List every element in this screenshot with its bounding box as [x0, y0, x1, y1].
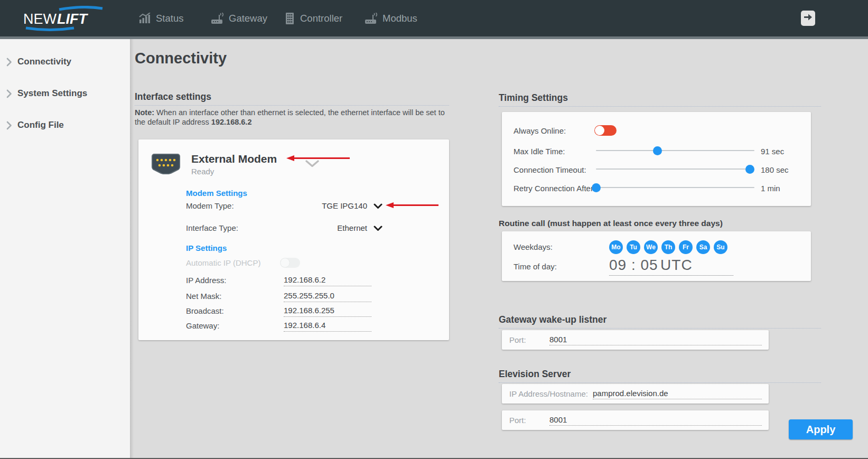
nav-item-label: Gateway — [229, 13, 267, 24]
time-value[interactable]: 09 : 05 — [609, 257, 658, 273]
router-icon — [365, 13, 378, 24]
logo-text-new: NEW — [23, 11, 57, 27]
net-mask-input[interactable]: 255.255.255.0 — [284, 291, 371, 302]
connection-timeout-label: Connection Timeout: — [514, 165, 586, 174]
interface-type-label: Interface Type: — [186, 223, 238, 232]
retry-connection-slider[interactable] — [596, 183, 754, 192]
max-idle-time-value: 91 sec — [761, 147, 784, 156]
broadcast-input[interactable]: 192.168.6.255 — [284, 306, 371, 317]
broadcast-label: Broadcast: — [186, 306, 224, 315]
modem-status: Ready — [191, 167, 214, 176]
ip-address-input[interactable]: 192.168.6.2 — [284, 275, 371, 286]
top-navbar: NEW LIFT Status — [0, 0, 868, 36]
nav-item-label: Modbus — [382, 13, 417, 24]
newlift-logo-graphic: NEW LIFT — [23, 6, 108, 31]
logo-swoosh-top — [59, 7, 102, 10]
modem-type-label: Modem Type: — [186, 201, 234, 210]
net-mask-label: Net Mask: — [186, 292, 222, 301]
slider-track — [596, 150, 754, 151]
logout-button[interactable] — [801, 11, 815, 26]
routine-call-heading: Routine call (must happen at least once … — [499, 219, 821, 231]
sidebar-item-label: Connectivity — [17, 57, 71, 67]
time-of-day-label: Time of day: — [514, 262, 557, 271]
wakeup-port-label: Port: — [509, 335, 526, 344]
gateway-ip-input[interactable]: 192.168.6.4 — [284, 321, 371, 332]
chevron-down-icon[interactable] — [374, 224, 382, 233]
dhcp-toggle — [280, 258, 300, 268]
weekday-badges: MoTuWeThFrSaSu — [609, 240, 727, 254]
always-online-label: Always Online: — [514, 126, 566, 135]
interface-note: Note: When an interface other than ether… — [135, 108, 452, 127]
chevron-down-icon[interactable] — [374, 202, 382, 211]
weekday-badge[interactable]: Sa — [696, 240, 710, 254]
gateway-config-page: NEW LIFT Status — [0, 0, 868, 459]
interface-type-value[interactable]: Ethernet — [283, 223, 367, 232]
modem-card-title: External Modem — [191, 153, 277, 165]
elevision-server-heading: Elevision Server — [499, 369, 821, 383]
elevision-host-label: IP Address/Hostname: — [509, 389, 588, 398]
connection-timeout-value: 180 sec — [761, 165, 789, 174]
wakeup-port-input[interactable]: 8001 — [549, 335, 762, 345]
ip-settings-heading: IP Settings — [186, 243, 227, 252]
always-online-toggle[interactable] — [594, 125, 617, 136]
slider-knob[interactable] — [653, 146, 662, 155]
bar-chart-icon — [139, 13, 151, 24]
weekday-badge[interactable]: Mo — [609, 240, 623, 254]
wakeup-port-row: Port: 8001 — [502, 330, 769, 350]
nav-item-controller[interactable]: Controller — [284, 0, 342, 36]
nav-item-modbus[interactable]: Modbus — [365, 0, 417, 36]
sidebar-item-config-file[interactable]: Config File — [0, 117, 130, 133]
weekday-badge[interactable]: Su — [714, 240, 727, 254]
annotation-arrow-modem-type — [386, 202, 438, 208]
apply-button[interactable]: Apply — [789, 419, 853, 439]
note-text: When an interface other than ethernet is… — [135, 108, 445, 126]
newlift-logo[interactable]: NEW LIFT — [23, 6, 108, 31]
note-ip: 192.168.6.2 — [211, 118, 252, 126]
chevron-right-icon — [6, 89, 12, 98]
weekdays-label: Weekdays: — [514, 242, 553, 251]
connection-timeout-slider[interactable] — [596, 165, 754, 174]
nav-item-gateway[interactable]: Gateway — [211, 0, 267, 36]
max-idle-time-slider[interactable] — [596, 146, 754, 155]
logout-icon — [804, 13, 813, 24]
dhcp-label: Automatic IP (DHCP) — [186, 258, 260, 267]
modem-settings-heading: Modem Settings — [186, 189, 247, 198]
toggle-knob — [281, 258, 290, 267]
building-icon — [284, 13, 295, 24]
toggle-knob — [595, 126, 604, 135]
nav-item-label: Controller — [300, 13, 342, 24]
elevision-host-row: IP Address/Hostname: pamprod.elevision.d… — [502, 384, 769, 404]
weekday-badge[interactable]: Tu — [627, 240, 640, 254]
sidebar-item-label: Config File — [17, 120, 64, 130]
chevron-right-icon — [6, 58, 12, 67]
elevision-port-input[interactable]: 8001 — [549, 415, 762, 426]
retry-connection-value: 1 min — [761, 184, 780, 193]
sidebar-item-system-settings[interactable]: System Settings — [0, 86, 130, 101]
modem-type-value[interactable]: TGE IPG140 — [283, 201, 367, 210]
serial-port-icon — [151, 153, 181, 177]
collapse-chevron-icon[interactable] — [305, 160, 319, 170]
ip-address-label: IP Address: — [186, 276, 226, 285]
elevision-host-input[interactable]: pamprod.elevision.de — [593, 389, 762, 399]
time-of-day-input[interactable]: 09 : 05 UTC — [609, 257, 733, 276]
nav-item-label: Status — [156, 13, 183, 24]
weekday-badge[interactable]: We — [644, 240, 658, 254]
slider-knob[interactable] — [592, 183, 601, 192]
retry-connection-label: Retry Connection After: — [514, 184, 595, 193]
sidebar — [0, 39, 130, 459]
elevision-port-row: Port: 8001 — [502, 410, 769, 430]
page-title: Connectivity — [135, 50, 227, 67]
sidebar-item-label: System Settings — [17, 88, 87, 99]
slider-knob[interactable] — [745, 165, 754, 174]
sidebar-divider — [130, 39, 134, 459]
weekday-badge[interactable]: Fr — [679, 240, 693, 254]
router-icon — [211, 13, 224, 24]
sidebar-item-connectivity[interactable]: Connectivity — [0, 54, 130, 70]
nav-item-status[interactable]: Status — [139, 0, 183, 36]
max-idle-time-label: Max Idle Time: — [514, 147, 565, 156]
slider-track — [596, 168, 754, 170]
timing-settings-heading: Timing Settings — [499, 92, 821, 107]
weekday-badge[interactable]: Th — [661, 240, 675, 254]
slider-track — [596, 187, 754, 188]
interface-settings-heading: Interface settings — [135, 91, 449, 106]
